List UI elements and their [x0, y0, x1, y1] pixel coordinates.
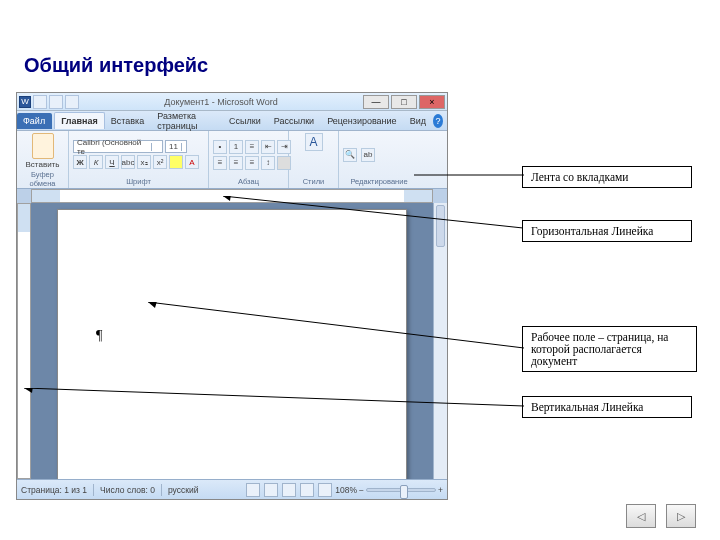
- numbering-button[interactable]: 1: [229, 140, 243, 154]
- help-icon[interactable]: ?: [433, 114, 443, 128]
- nav-arrows: ◁ ▷: [626, 504, 696, 528]
- indent-dec-button[interactable]: ⇤: [261, 140, 275, 154]
- ribbon-group-font: Calibri (Основной те 11 Ж К Ч abc x₂ x² …: [69, 131, 209, 188]
- find-button[interactable]: 🔍: [343, 148, 357, 162]
- tab-refs[interactable]: Ссылки: [223, 113, 268, 129]
- sub-button[interactable]: x₂: [137, 155, 151, 169]
- ribbon-group-editing: 🔍 ab Редактирование: [339, 131, 419, 188]
- view-draft-button[interactable]: [318, 483, 332, 497]
- tab-review[interactable]: Рецензирование: [321, 113, 404, 129]
- font-group-label: Шрифт: [73, 176, 204, 186]
- view-outline-button[interactable]: [300, 483, 314, 497]
- editing-group-label: Редактирование: [343, 176, 415, 186]
- linespacing-button[interactable]: ↕: [261, 156, 275, 170]
- sup-button[interactable]: x²: [153, 155, 167, 169]
- close-button[interactable]: ×: [419, 95, 445, 109]
- view-print-button[interactable]: [246, 483, 260, 497]
- ribbon-group-paragraph: • 1 ≡ ⇤ ⇥ ≡ ≡ ≡ ↕ Абзац: [209, 131, 289, 188]
- align-center-button[interactable]: ≡: [229, 156, 243, 170]
- bullets-button[interactable]: •: [213, 140, 227, 154]
- ribbon: Вставить Буфер обмена Calibri (Основной …: [17, 131, 447, 189]
- view-web-button[interactable]: [282, 483, 296, 497]
- slide-title: Общий интерфейс: [24, 54, 208, 77]
- paste-button[interactable]: [32, 133, 54, 159]
- ribbon-group-clipboard: Вставить Буфер обмена: [17, 131, 69, 188]
- statusbar: Страница: 1 из 1 Число слов: 0 русский 1…: [17, 479, 447, 499]
- horizontal-ruler[interactable]: [31, 189, 433, 203]
- minimize-button[interactable]: —: [363, 95, 389, 109]
- window-title: Документ1 - Microsoft Word: [81, 97, 361, 107]
- zoom-in-button[interactable]: +: [438, 485, 443, 495]
- paragraph-mark-icon: ¶: [96, 328, 102, 344]
- tab-home[interactable]: Главная: [54, 112, 105, 129]
- tab-view[interactable]: Вид: [404, 113, 433, 129]
- view-read-button[interactable]: [264, 483, 278, 497]
- qat-save-icon[interactable]: [33, 95, 47, 109]
- status-words: Число слов: 0: [100, 485, 155, 495]
- callout-vruler: Вертикальная Линейка: [522, 396, 692, 418]
- font-name-combo[interactable]: Calibri (Основной те: [73, 140, 163, 153]
- tab-layout[interactable]: Разметка страницы: [151, 108, 223, 134]
- callout-hruler: Горизонтальная Линейка: [522, 220, 692, 242]
- clipboard-group-label: Буфер обмена: [21, 169, 64, 188]
- titlebar: W Документ1 - Microsoft Word — □ ×: [17, 93, 447, 111]
- bold-button[interactable]: Ж: [73, 155, 87, 169]
- qat-redo-icon[interactable]: [65, 95, 79, 109]
- callout-workarea: Рабочее поле – страница, на которой расп…: [522, 326, 697, 372]
- underline-button[interactable]: Ч: [105, 155, 119, 169]
- styles-group-label: Стили: [293, 176, 334, 186]
- align-left-button[interactable]: ≡: [213, 156, 227, 170]
- workspace: ¶: [17, 189, 447, 479]
- qat-undo-icon[interactable]: [49, 95, 63, 109]
- word-icon: W: [19, 96, 31, 108]
- document-page[interactable]: ¶: [57, 209, 407, 479]
- italic-button[interactable]: К: [89, 155, 103, 169]
- status-zoom[interactable]: 108%: [335, 485, 357, 495]
- highlight-button[interactable]: [169, 155, 183, 169]
- word-window: W Документ1 - Microsoft Word — □ × Файл …: [16, 92, 448, 500]
- paragraph-group-label: Абзац: [213, 176, 284, 186]
- align-right-button[interactable]: ≡: [245, 156, 259, 170]
- callout-ribbon: Лента со вкладками: [522, 166, 692, 188]
- multilist-button[interactable]: ≡: [245, 140, 259, 154]
- paste-label: Вставить: [26, 160, 60, 169]
- status-language[interactable]: русский: [168, 485, 199, 495]
- document-area: ¶: [31, 203, 433, 479]
- tab-mail[interactable]: Рассылки: [268, 113, 321, 129]
- status-page: Страница: 1 из 1: [21, 485, 87, 495]
- next-slide-button[interactable]: ▷: [666, 504, 696, 528]
- ribbon-tabs: Файл Главная Вставка Разметка страницы С…: [17, 111, 447, 131]
- prev-slide-button[interactable]: ◁: [626, 504, 656, 528]
- maximize-button[interactable]: □: [391, 95, 417, 109]
- font-size-combo[interactable]: 11: [165, 140, 187, 153]
- tab-insert[interactable]: Вставка: [105, 113, 151, 129]
- replace-button[interactable]: ab: [361, 148, 375, 162]
- zoom-slider[interactable]: [366, 488, 436, 492]
- color-button[interactable]: A: [185, 155, 199, 169]
- vertical-ruler[interactable]: [17, 203, 31, 479]
- strike-button[interactable]: abc: [121, 155, 135, 169]
- styles-button[interactable]: A: [305, 133, 323, 151]
- zoom-out-button[interactable]: −: [359, 485, 364, 495]
- ribbon-group-styles: A Стили: [289, 131, 339, 188]
- vertical-scrollbar[interactable]: [433, 203, 447, 479]
- tab-file[interactable]: Файл: [17, 113, 52, 129]
